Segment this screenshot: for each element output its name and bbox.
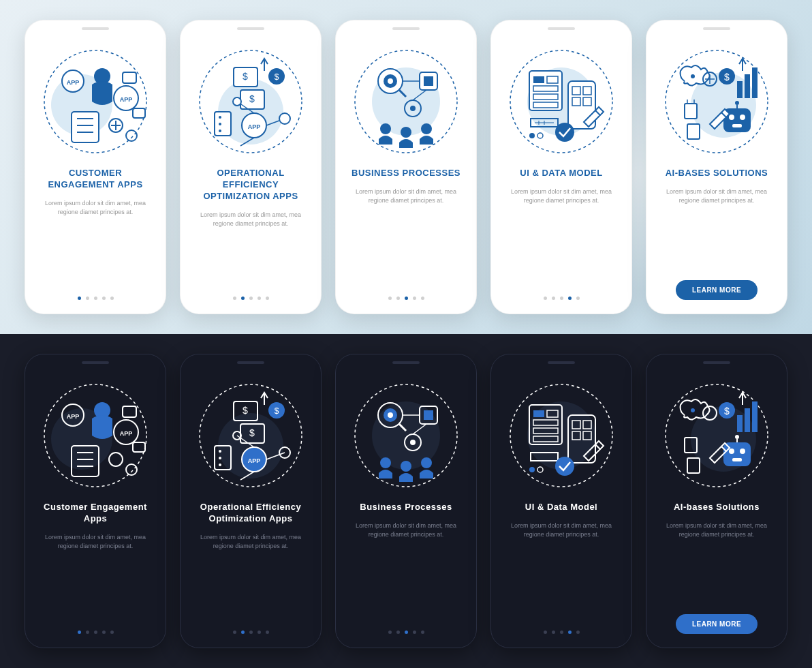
dot[interactable] bbox=[405, 631, 408, 634]
svg-rect-99 bbox=[123, 406, 136, 417]
dot[interactable] bbox=[421, 631, 424, 634]
dot[interactable] bbox=[266, 631, 269, 634]
onboarding-card-ui-data-model: UI & DATA MODEL Lorem ipsum dolor sit di… bbox=[490, 20, 632, 314]
svg-point-132 bbox=[380, 457, 391, 468]
dot[interactable] bbox=[241, 631, 245, 634]
dot[interactable] bbox=[552, 297, 555, 300]
svg-point-83 bbox=[735, 101, 739, 105]
svg-point-31 bbox=[219, 116, 221, 119]
card-title: UI & Data Model bbox=[525, 502, 597, 513]
svg-rect-75 bbox=[737, 81, 743, 98]
dot[interactable] bbox=[544, 631, 547, 634]
svg-rect-168 bbox=[687, 458, 700, 473]
card-description: Lorem ipsum dolor sit dim amet, mea regi… bbox=[501, 187, 622, 206]
svg-point-133 bbox=[401, 461, 411, 472]
dot[interactable] bbox=[266, 297, 269, 300]
svg-rect-7 bbox=[72, 112, 99, 142]
light-section: APPAPP CUSTOMER ENGAGEMENT APPS Lorem ip… bbox=[0, 0, 812, 334]
svg-point-29 bbox=[233, 97, 241, 106]
svg-text:$: $ bbox=[249, 427, 255, 438]
dot[interactable] bbox=[249, 631, 253, 634]
card-description: Lorem ipsum dolor sit dim amet, mea regi… bbox=[35, 533, 156, 551]
card-title: OPERATIONAL EFFICIENCY OPTIMIZATION APPS bbox=[190, 168, 311, 202]
dot[interactable] bbox=[568, 297, 572, 300]
dot[interactable] bbox=[388, 631, 392, 634]
dot[interactable] bbox=[413, 631, 416, 634]
dot[interactable] bbox=[552, 631, 555, 634]
dot[interactable] bbox=[102, 297, 106, 300]
card-description: Lorem ipsum dolor sit dim amet, mea regi… bbox=[35, 199, 156, 217]
pagination-dots bbox=[388, 297, 424, 300]
card-description: Lorem ipsum dolor sit dim amet, mea regi… bbox=[190, 533, 311, 551]
svg-rect-160 bbox=[752, 401, 758, 432]
dot[interactable] bbox=[560, 631, 563, 634]
svg-point-46 bbox=[380, 123, 391, 134]
dot[interactable] bbox=[86, 297, 89, 300]
svg-rect-76 bbox=[745, 74, 750, 98]
dark-section: APPAPP Customer Engagement Apps Lorem ip… bbox=[0, 334, 812, 668]
svg-point-119 bbox=[219, 464, 221, 466]
dot[interactable] bbox=[413, 297, 416, 300]
svg-point-166 bbox=[735, 435, 739, 439]
svg-point-162 bbox=[729, 449, 734, 454]
card-description: Lorem ipsum dolor sit dim amet, mea regi… bbox=[501, 521, 622, 540]
svg-text:$: $ bbox=[249, 93, 255, 104]
dot[interactable] bbox=[560, 297, 563, 300]
dot[interactable] bbox=[249, 297, 253, 300]
dot[interactable] bbox=[396, 631, 400, 634]
svg-text:$: $ bbox=[275, 72, 279, 82]
dot[interactable] bbox=[257, 631, 261, 634]
onboarding-card-ui-data-model: UI & Data Model Lorem ipsum dolor sit di… bbox=[490, 354, 632, 648]
dot[interactable] bbox=[396, 297, 400, 300]
pagination-dots bbox=[78, 297, 114, 300]
onboarding-card-business-processes: BUSINESS PROCESSES Lorem ipsum dolor sit… bbox=[335, 20, 477, 314]
onboarding-card-customer-engagement: APPAPP CUSTOMER ENGAGEMENT APPS Lorem ip… bbox=[25, 20, 166, 314]
dot[interactable] bbox=[110, 631, 114, 634]
dot[interactable] bbox=[576, 297, 580, 300]
operational-efficiency-icon: $$$APP bbox=[193, 44, 309, 160]
dot[interactable] bbox=[405, 297, 408, 300]
dot[interactable] bbox=[568, 631, 572, 634]
svg-point-32 bbox=[219, 123, 221, 125]
dot[interactable] bbox=[94, 297, 97, 300]
dot[interactable] bbox=[110, 297, 114, 300]
dot[interactable] bbox=[102, 631, 106, 634]
dot[interactable] bbox=[86, 631, 89, 634]
ui-data-model-icon bbox=[503, 378, 619, 494]
svg-point-118 bbox=[219, 457, 221, 459]
card-description: Lorem ipsum dolor sit dim amet, mea regi… bbox=[190, 211, 311, 229]
dot[interactable] bbox=[233, 631, 236, 634]
pagination-dots bbox=[233, 297, 269, 300]
card-title: UI & DATA MODEL bbox=[520, 168, 602, 179]
dot[interactable] bbox=[544, 297, 547, 300]
dot[interactable] bbox=[233, 297, 236, 300]
onboarding-card-operational-efficiency: $$$APP Operational Efficiency Optimizati… bbox=[180, 354, 322, 648]
card-description: Lorem ipsum dolor sit dim amet, mea regi… bbox=[656, 187, 777, 206]
ai-solutions-icon: $ bbox=[659, 44, 775, 160]
svg-rect-84 bbox=[685, 104, 697, 119]
onboarding-card-ai-solutions: $ AI-bases Solutions Lorem ipsum dolor s… bbox=[646, 354, 787, 648]
dot[interactable] bbox=[78, 631, 81, 634]
dot[interactable] bbox=[241, 297, 245, 300]
svg-rect-158 bbox=[737, 415, 743, 432]
dot[interactable] bbox=[257, 297, 261, 300]
dot[interactable] bbox=[388, 297, 392, 300]
onboarding-card-operational-efficiency: $$$APP OPERATIONAL EFFICIENCY OPTIMIZATI… bbox=[180, 20, 322, 314]
card-title: AI-bases Solutions bbox=[674, 502, 760, 513]
svg-point-150 bbox=[529, 467, 535, 472]
learn-more-button[interactable]: LEARN MORE bbox=[676, 614, 758, 634]
svg-point-68 bbox=[537, 133, 543, 138]
ai-solutions-icon: $ bbox=[659, 378, 775, 494]
dot[interactable] bbox=[94, 631, 97, 634]
dot[interactable] bbox=[576, 631, 580, 634]
card-description: Lorem ipsum dolor sit dim amet, mea regi… bbox=[345, 521, 467, 540]
learn-more-button[interactable]: LEARN MORE bbox=[676, 280, 758, 300]
dot[interactable] bbox=[78, 297, 81, 300]
card-title: Operational Efficiency Optimization Apps bbox=[190, 502, 311, 525]
dot[interactable] bbox=[421, 297, 424, 300]
svg-rect-138 bbox=[533, 410, 544, 417]
card-title: Customer Engagement Apps bbox=[35, 502, 156, 525]
svg-point-43 bbox=[410, 106, 416, 111]
customer-engagement-icon: APPAPP bbox=[37, 378, 153, 494]
pagination-dots bbox=[388, 631, 424, 634]
